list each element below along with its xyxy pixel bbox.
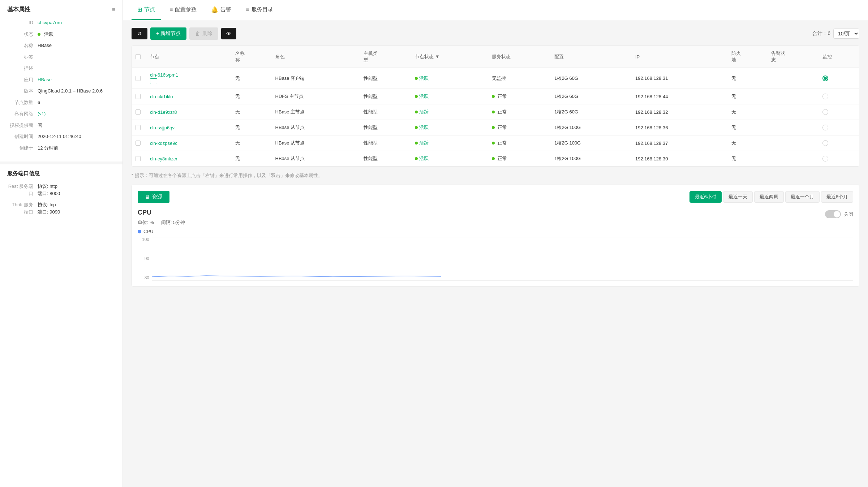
node-id[interactable]: cln-616tvpm1 xyxy=(150,72,178,78)
node-status: 活跃 xyxy=(411,89,488,104)
row-checkbox[interactable] xyxy=(136,109,141,115)
menu-icon[interactable]: ≡ xyxy=(112,7,115,13)
rest-port-row: Rest 服务端口 协议: http 端口: 8000 xyxy=(7,183,115,197)
add-node-button[interactable]: + 新增节点 xyxy=(150,27,186,40)
host-type: 性能型 xyxy=(360,68,411,89)
config-tab-icon: ≡ xyxy=(169,6,173,13)
time-button-2[interactable]: 最近两周 xyxy=(754,191,784,203)
node-config: 1核2G 60G xyxy=(551,104,632,120)
select-all-checkbox[interactable] xyxy=(136,54,141,59)
nodes-tab-icon: ⊞ xyxy=(137,6,142,13)
node-ip: 192.168.128.32 xyxy=(632,104,728,120)
status-green-dot xyxy=(415,77,418,80)
node-id[interactable]: cln-xdzpse9c xyxy=(150,141,177,146)
monitor-cell[interactable] xyxy=(819,135,859,151)
value-app[interactable]: HBase xyxy=(38,76,115,83)
tab-service[interactable]: ≡ 服务目录 xyxy=(240,0,279,20)
node-role: HBase 主节点 xyxy=(272,104,360,120)
col-role: 角色 xyxy=(272,46,360,68)
monitor-cell[interactable] xyxy=(819,151,859,167)
info-row-version: 版本 QingCloud 2.0.1 – HBase 2.0.6 xyxy=(7,87,115,95)
info-row-created-ago: 创建于 12 分钟前 xyxy=(7,145,115,152)
eye-button[interactable]: 👁 xyxy=(221,28,236,39)
row-checkbox[interactable] xyxy=(136,76,141,81)
toggle-switch[interactable] xyxy=(825,210,841,218)
node-name-cell: 无 xyxy=(232,89,272,104)
monitor-cell[interactable] xyxy=(819,89,859,104)
value-network[interactable]: (v1) xyxy=(38,110,115,117)
col-alarm: 告警状态 xyxy=(768,46,819,68)
node-name-cell: 无 xyxy=(232,120,272,135)
refresh-button[interactable]: ↺ xyxy=(132,28,147,39)
service-dot xyxy=(492,95,495,98)
node-role: HDFS 主节点 xyxy=(272,89,360,104)
firewall: 无 xyxy=(728,135,768,151)
row-checkbox[interactable] xyxy=(136,125,141,130)
node-icon xyxy=(150,78,157,84)
tab-alarm[interactable]: 🔔 告警 xyxy=(205,0,237,20)
panel-title: 基本属性 xyxy=(7,6,30,13)
alarm-status xyxy=(768,120,819,135)
tab-nodes[interactable]: ⊞ 节点 xyxy=(132,0,161,20)
table-row: cln-cki1iklo无HDFS 主节点性能型活跃正常1核2G 60G192.… xyxy=(132,89,859,104)
service-port-section: 服务端口信息 Rest 服务端口 协议: http 端口: 8000 Thrif… xyxy=(0,164,123,225)
chart-y-axis: 100 90 80 xyxy=(138,237,152,280)
node-role: HBase 客户端 xyxy=(272,68,360,89)
label-status: 状态 xyxy=(7,31,33,38)
cpu-meta: 单位: % 间隔: 5分钟 xyxy=(138,219,853,226)
alarm-tab-icon: 🔔 xyxy=(211,6,218,13)
col-config: 配置 xyxy=(551,46,632,68)
node-role: HBase 从节点 xyxy=(272,151,360,167)
host-type: 性能型 xyxy=(360,89,411,104)
cpu-legend: CPU xyxy=(138,229,853,234)
monitor-cell[interactable] xyxy=(819,120,859,135)
time-button-0[interactable]: 最近6小时 xyxy=(689,191,722,203)
toggle-container: 关闭 xyxy=(825,210,853,218)
node-id[interactable]: cln-d1e9xzr8 xyxy=(150,109,177,115)
node-config: 1核2G 100G xyxy=(551,151,632,167)
time-button-1[interactable]: 最近一天 xyxy=(723,191,753,203)
service-dot xyxy=(492,157,495,160)
right-panel: ⊞ 节点 ≡ 配置参数 🔔 告警 ≡ 服务目录 ↺ + 新增节点 🗑 xyxy=(123,0,868,487)
label-created-ago: 创建于 xyxy=(7,145,33,152)
value-node-count: 6 xyxy=(38,99,115,106)
monitor-radio-checked[interactable] xyxy=(822,76,828,81)
node-ip: 192.168.128.44 xyxy=(632,89,728,104)
col-node: 节点 xyxy=(146,46,232,68)
monitor-icon: 🖥 xyxy=(145,194,150,200)
service-status: 正常 xyxy=(488,151,551,167)
tab-config[interactable]: ≡ 配置参数 xyxy=(164,0,202,20)
node-status: 活跃 xyxy=(411,120,488,135)
node-ip: 192.168.128.36 xyxy=(632,120,728,135)
value-id[interactable]: cl-cvpa7oru xyxy=(38,19,115,26)
monitor-cell[interactable] xyxy=(819,104,859,120)
monitor-radio-empty[interactable] xyxy=(822,94,828,99)
rest-port-value: 协议: http 端口: 8000 xyxy=(38,183,115,197)
monitor-radio-empty[interactable] xyxy=(822,125,828,130)
monitor-radio-empty[interactable] xyxy=(822,140,828,146)
monitor-radio-empty[interactable] xyxy=(822,156,828,161)
node-id[interactable]: cln-ssjjp6qv xyxy=(150,125,175,130)
table-row: cln-xdzpse9c无HBase 从节点性能型活跃正常1核2G 100G19… xyxy=(132,135,859,151)
monitor-cell[interactable] xyxy=(819,68,859,89)
row-checkbox[interactable] xyxy=(136,156,141,161)
resource-button[interactable]: 🖥 资源 xyxy=(138,191,169,203)
service-dot xyxy=(492,126,495,129)
service-status: 正常 xyxy=(488,89,551,104)
time-button-3[interactable]: 最近一个月 xyxy=(785,191,820,203)
node-id[interactable]: cln-cki1iklo xyxy=(150,94,173,99)
label-desc: 描述 xyxy=(7,65,33,72)
info-row-app: 应用 HBase xyxy=(7,76,115,83)
node-name-cell: 无 xyxy=(232,151,272,167)
row-checkbox[interactable] xyxy=(136,94,141,99)
time-button-4[interactable]: 最近6个月 xyxy=(821,191,853,203)
status-dot-active xyxy=(38,33,40,36)
node-id[interactable]: cln-cy8mkzcr xyxy=(150,156,177,161)
thrift-port-row: Thrift 服务端口 协议: tcp 端口: 9090 xyxy=(7,201,115,215)
row-checkbox[interactable] xyxy=(136,141,141,146)
service-dot xyxy=(492,111,495,113)
label-provider: 授权提供商 xyxy=(7,122,33,129)
refresh-icon: ↺ xyxy=(137,31,142,36)
page-size-select[interactable]: 10/页 20/页 50/页 xyxy=(833,29,859,39)
monitor-radio-empty[interactable] xyxy=(822,109,828,115)
